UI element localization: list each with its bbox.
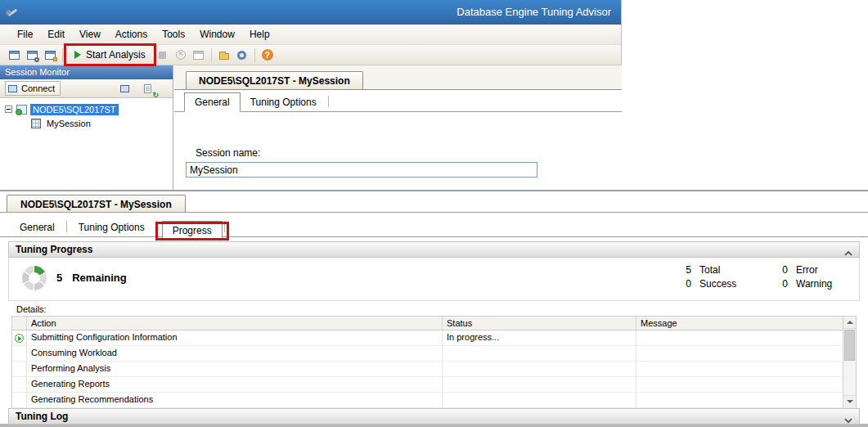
toolbar-divider — [254, 48, 255, 62]
table-row[interactable]: Generating Reports — [12, 377, 856, 393]
table-row[interactable]: Submitting Configuration Information In … — [12, 330, 856, 346]
expand-chevron-icon[interactable] — [844, 413, 852, 420]
toolbar-divider — [62, 48, 63, 62]
progress-spinner-icon — [22, 266, 47, 290]
tab-strip: General Tuning Options — [174, 90, 622, 112]
scrollbar-thumb[interactable] — [844, 330, 855, 361]
clone-session-icon[interactable] — [190, 47, 208, 63]
stat-error: 0 Error — [778, 263, 868, 277]
progress-stats: 5 Total 0 Error 0 Success 0 Warning — [681, 263, 868, 291]
disconnect-icon[interactable] — [115, 80, 133, 97]
refresh-icon[interactable]: ↻ — [138, 80, 156, 97]
tab-progress[interactable]: Progress — [162, 221, 223, 240]
document-tab[interactable]: NODE5\SQL2017ST - MySession — [186, 71, 363, 89]
export-session-icon[interactable] — [233, 47, 251, 63]
session-icon — [31, 119, 41, 128]
tree-item-server[interactable]: NODE5\SQL2017ST — [0, 102, 173, 116]
tuning-log-header[interactable]: Tuning Log — [8, 408, 860, 425]
start-analysis-label: Start Analysis — [86, 49, 146, 61]
divider — [224, 221, 225, 232]
stat-warning: 0 Warning — [778, 277, 868, 291]
tab-tuning-options[interactable]: Tuning Options — [241, 93, 326, 111]
table-row[interactable]: Performing Analysis — [12, 362, 856, 377]
server-icon — [16, 105, 27, 115]
progress-summary: 5 Remaining 5 Total 0 Error 0 Success 0 … — [8, 258, 860, 301]
tuning-progress-header[interactable]: Tuning Progress — [8, 241, 860, 258]
connect-icon — [8, 85, 17, 92]
tuning-log-title: Tuning Log — [16, 411, 68, 422]
table-row[interactable]: Consuming Workload — [12, 346, 856, 362]
menu-file[interactable]: File — [10, 25, 40, 43]
grid-header: Action Status Message — [12, 317, 856, 330]
session-name-input[interactable] — [186, 162, 537, 178]
session-monitor-toolbar: Connect ↻ — [0, 79, 173, 98]
titlebar: Database Engine Tuning Advisor — [0, 0, 621, 25]
document-area: NODE5\SQL2017ST - MySession General Tuni… — [174, 65, 622, 190]
session-monitor-panel: Session Monitor Connect ↻ NODE5\SQL2017S… — [0, 65, 173, 190]
open-session-icon[interactable] — [23, 47, 41, 63]
cancel-analysis-icon[interactable] — [172, 47, 190, 63]
column-header-status[interactable]: Status — [443, 317, 636, 330]
import-session-icon[interactable] — [215, 47, 233, 63]
stat-total: 5 Total — [681, 263, 778, 277]
row-selector-header[interactable] — [12, 317, 27, 330]
scroll-down-icon[interactable] — [843, 395, 856, 407]
in-progress-icon — [15, 334, 24, 343]
tree-expander-icon[interactable] — [5, 106, 12, 113]
collapse-chevron-icon[interactable] — [844, 246, 852, 253]
vertical-scrollbar[interactable] — [843, 317, 856, 407]
connect-button[interactable]: Connect — [5, 81, 61, 96]
menu-edit[interactable]: Edit — [40, 25, 72, 43]
stop-analysis-icon[interactable] — [154, 47, 172, 63]
document-tab[interactable]: NODE5\SQL2017ST - MySession — [7, 195, 186, 212]
tuning-advisor-window: Database Engine Tuning Advisor File Edit… — [0, 0, 622, 190]
tab-general[interactable]: General — [184, 92, 241, 112]
session-progress-window: NODE5\SQL2017ST - MySession General Tuni… — [0, 190, 868, 427]
toolbar: Start Analysis — [0, 45, 621, 65]
start-analysis-button[interactable]: Start Analysis — [68, 47, 152, 63]
stat-success: 0 Success — [681, 277, 778, 291]
menu-actions[interactable]: Actions — [108, 25, 155, 43]
column-header-action[interactable]: Action — [27, 317, 443, 330]
tree-item-session[interactable]: MySession — [0, 116, 173, 130]
session-tree: NODE5\SQL2017ST MySession — [0, 98, 173, 189]
session-properties-icon[interactable] — [41, 47, 59, 63]
menu-tools[interactable]: Tools — [155, 25, 192, 43]
toolbar-divider — [211, 48, 212, 62]
tab-strip: General Tuning Options Progress — [0, 213, 868, 237]
start-analysis-play-icon — [74, 51, 81, 59]
progress-details-grid: Action Status Message Submitting Configu… — [11, 316, 857, 408]
remaining-label: Remaining — [72, 272, 126, 284]
session-name-label: Session name: — [196, 147, 260, 159]
divider — [328, 96, 329, 107]
server-label[interactable]: NODE5\SQL2017ST — [30, 104, 119, 115]
session-monitor-title: Session Monitor — [0, 65, 173, 79]
menu-help[interactable]: Help — [242, 25, 277, 43]
table-row[interactable]: Generating Recommendations — [12, 393, 856, 408]
connect-label: Connect — [21, 83, 55, 93]
tuning-progress-title: Tuning Progress — [16, 244, 92, 255]
screen: { "top_window": { "title": "Database Eng… — [0, 0, 868, 427]
scroll-up-icon[interactable] — [843, 317, 856, 329]
column-header-message[interactable]: Message — [636, 317, 831, 330]
menu-view[interactable]: View — [72, 25, 108, 43]
help-icon[interactable] — [259, 47, 277, 63]
menubar: File Edit View Actions Tools Window Help — [0, 25, 621, 45]
app-icon — [6, 6, 19, 19]
new-session-icon[interactable] — [5, 47, 23, 63]
session-label[interactable]: MySession — [44, 118, 93, 129]
tab-tuning-options[interactable]: Tuning Options — [69, 218, 155, 236]
tab-general[interactable]: General — [10, 218, 65, 236]
details-label: Details: — [16, 304, 47, 314]
divider — [156, 221, 157, 232]
window-title: Database Engine Tuning Advisor — [456, 6, 611, 18]
divider — [66, 221, 67, 232]
remaining-count: 5 — [56, 272, 62, 284]
menu-window[interactable]: Window — [192, 25, 242, 43]
